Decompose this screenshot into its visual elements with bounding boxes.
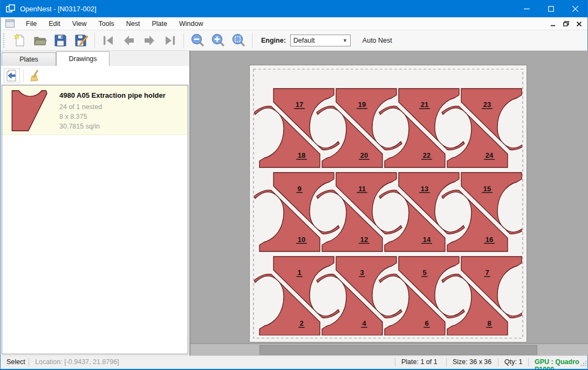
zoom-out-button[interactable] [187,32,208,49]
mdi-restore-button[interactable] [562,19,570,28]
part-number-label: 2 [299,319,303,327]
last-plate-button[interactable] [160,32,180,49]
part-number-label: 5 [422,268,426,277]
part-number-label: 11 [358,185,366,193]
part-number-label: 20 [360,151,368,159]
open-folder-icon [33,33,47,48]
open-button[interactable] [30,32,50,49]
menu-plate[interactable]: Plate [146,18,173,30]
mdi-close-button[interactable] [575,19,583,28]
new-button[interactable] [9,32,30,49]
part-thumbnail [8,90,52,132]
horizontal-scrollbar-thumb[interactable] [259,345,537,355]
first-plate-button[interactable] [98,32,119,49]
status-plate-size: Size: 36 x 36 [453,358,491,366]
title-bar[interactable]: OpenNest - [N0317-002] [1,0,587,17]
save-button[interactable] [50,32,71,49]
part-number-label: 19 [358,100,366,109]
tab-plates[interactable]: Plates [2,52,56,66]
zoom-in-button[interactable] [208,32,228,49]
tab-drawings[interactable]: Drawings [56,51,110,66]
maximize-button[interactable] [539,0,563,17]
zoom-fit-button[interactable] [228,32,249,49]
status-separator [395,358,395,367]
plate-sheet[interactable]: 171819202122232491011121314151612345678 [249,65,527,342]
toolbar-grip[interactable] [3,33,5,48]
drawings-toolbar [1,66,189,85]
chevron-down-icon: ▼ [343,38,347,43]
auto-nest-button[interactable]: Auto Nest [358,35,396,46]
maximize-icon [548,6,554,12]
engine-label: Engine: [261,37,286,44]
minimize-button[interactable] [515,0,539,17]
engine-value: Default [293,37,315,44]
menu-bar: File Edit View Tools Nest Plate Window [1,17,587,30]
mdi-document-icon[interactable] [5,19,15,28]
app-window: OpenNest - [N0317-002] File Edit View To… [0,0,588,370]
menu-tools[interactable]: Tools [93,18,120,30]
drawing-size: 8 x 8.375 [59,113,87,120]
menu-view[interactable]: View [66,18,93,30]
mdi-minimize-icon [551,22,556,26]
broom-icon [29,69,42,82]
part-number-label: 13 [421,185,428,193]
save-as-button[interactable] [71,32,91,49]
previous-plate-button[interactable] [119,32,139,49]
part-number-label: 1 [297,268,301,277]
go-last-icon [163,33,177,48]
menu-edit[interactable]: Edit [43,18,66,30]
part-number-label: 24 [486,151,494,159]
mdi-minimize-button[interactable] [549,19,557,28]
part-number-label: 15 [483,185,491,193]
close-button[interactable] [563,0,587,17]
part-number-label: 7 [485,268,489,277]
part-number-label: 22 [423,151,430,159]
save-as-icon [74,33,88,48]
part-number-label: 21 [421,100,428,109]
menu-window[interactable]: Window [173,18,209,30]
drawing-nested-count: 24 of 1 nested [59,103,102,111]
drawing-title: 4980 A05 Extraction pipe holder [59,91,166,99]
part-number-label: 9 [297,185,301,193]
next-plate-button[interactable] [139,32,160,49]
part-number-label: 6 [425,319,428,327]
status-separator [446,358,447,367]
part-number-label: 14 [423,236,431,244]
menu-file[interactable]: File [20,18,43,30]
panel-toolbar-separator [23,69,24,82]
status-plate-count: Plate: 1 of 1 [401,358,437,366]
status-qty: Qty: 1 [504,358,522,366]
menu-nest[interactable]: Nest [120,18,146,30]
horizontal-scrollbar[interactable] [190,344,588,355]
reimport-drawing-button[interactable] [4,68,20,83]
go-first-icon [101,33,115,48]
status-gpu: GPU : Quadro P1000 [535,358,587,370]
status-separator [29,358,29,367]
main-toolbar: Engine: Default ▼ Auto Nest [1,30,587,51]
toolbar-separator [252,33,252,48]
part-number-label: 4 [362,319,366,327]
status-separator [498,358,498,367]
part-number-label: 3 [360,268,364,277]
arrow-right-icon [142,33,156,48]
part-number-label: 23 [483,100,491,109]
resize-grip-icon[interactable] [581,361,587,367]
zoom-fit-icon [231,33,246,48]
part-number-label: 8 [487,319,491,327]
window-title: OpenNest - [N0317-002] [20,5,97,13]
status-location: Location: [-0.9437, 21.8796] [35,358,119,366]
nested-parts-drawing: 171819202122232491011121314151612345678 [250,65,527,342]
part-number-label: 17 [296,100,303,109]
app-icon [6,4,16,13]
mdi-restore-icon [563,21,569,26]
zoom-out-icon [190,33,205,48]
drawing-list-item[interactable]: 4980 A05 Extraction pipe holder 24 of 1 … [2,85,188,135]
clean-drawings-button[interactable] [27,68,43,83]
arrow-left-icon [122,33,136,48]
engine-dropdown[interactable]: Default ▼ [290,35,351,46]
nesting-canvas[interactable]: 171819202122232491011121314151612345678 [190,51,588,355]
close-icon [572,6,578,12]
toolbar-separator [94,33,95,48]
toolbar-separator [183,33,184,48]
left-panel: Plates Drawings [1,51,189,355]
